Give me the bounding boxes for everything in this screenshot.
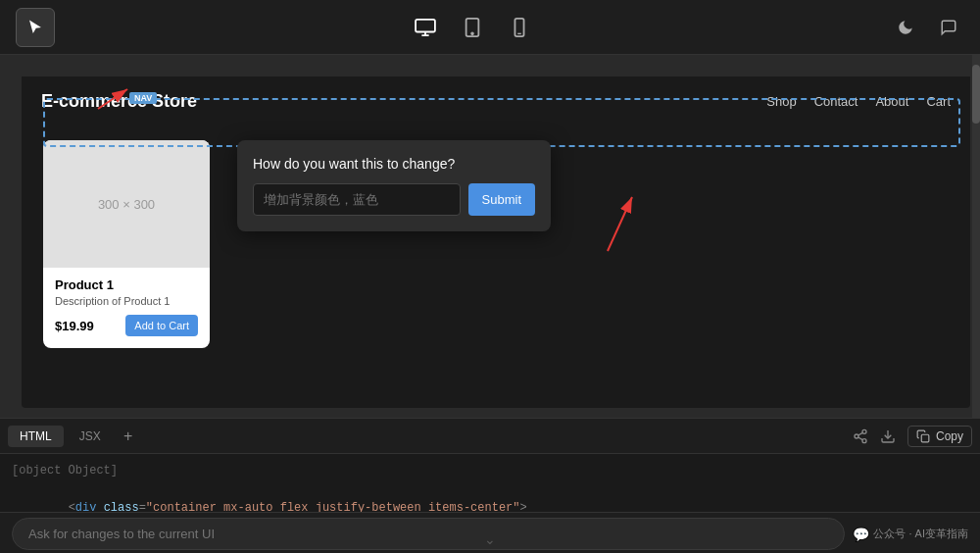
chevron-down-icon[interactable]: ⌄: [484, 531, 496, 547]
add-tab-button[interactable]: +: [117, 425, 140, 448]
preview-area: NAV E-commerce Store Shop Contact About …: [22, 76, 970, 408]
change-popup: How do you want this to change? Submit: [237, 140, 551, 231]
svg-point-12: [855, 434, 858, 438]
watermark-text: 公众号 · AI变革指南: [873, 527, 968, 541]
svg-line-15: [858, 432, 863, 435]
product-info: Product 1 Description of Product 1 $19.9…: [43, 277, 210, 336]
mobile-device-icon[interactable]: [504, 12, 535, 43]
toolbar: [0, 0, 980, 55]
nav-label: NAV: [129, 92, 157, 104]
copy-label: Copy: [936, 429, 963, 443]
tab-jsx[interactable]: JSX: [68, 426, 113, 447]
scrollbar[interactable]: [972, 55, 980, 418]
desktop-device-icon[interactable]: [410, 12, 441, 43]
svg-point-4: [471, 32, 473, 34]
svg-rect-0: [416, 19, 435, 31]
product-name: Product 1: [55, 277, 198, 292]
bottom-input-bar: ⌄ 💬 公众号 · AI变革指南: [0, 512, 980, 553]
ask-changes-input[interactable]: [12, 518, 845, 550]
svg-rect-17: [921, 434, 929, 442]
product-card: 300 × 300 Product 1 Description of Produ…: [43, 140, 210, 348]
tab-right-actions: Copy: [853, 426, 972, 447]
code-line-2: <div class="container mx-auto flex justi…: [12, 480, 968, 512]
cursor-button[interactable]: [16, 8, 55, 47]
code-line-1: [object Object]: [12, 462, 968, 480]
popup-input-row: Submit: [253, 183, 535, 216]
copy-icon: [916, 429, 930, 443]
svg-line-14: [858, 437, 863, 440]
product-image: 300 × 300: [43, 140, 210, 268]
canvas-area: NAV E-commerce Store Shop Contact About …: [0, 55, 980, 418]
toolbar-center: [410, 12, 535, 43]
product-description: Description of Product 1: [55, 295, 198, 307]
copy-button[interactable]: Copy: [907, 426, 972, 447]
popup-title: How do you want this to change?: [253, 156, 535, 172]
share-icon[interactable]: [853, 428, 868, 444]
popup-submit-button[interactable]: Submit: [468, 183, 535, 216]
product-price: $19.99: [55, 319, 94, 333]
download-icon[interactable]: [880, 428, 896, 444]
tab-html[interactable]: HTML: [8, 426, 64, 447]
add-to-cart-button[interactable]: Add to Cart: [125, 315, 198, 336]
bottom-panel: HTML JSX +: [0, 418, 980, 553]
product-footer: $19.99 Add to Cart: [55, 315, 198, 336]
code-area: [object Object] <div class="container mx…: [0, 454, 980, 512]
tablet-device-icon[interactable]: [457, 12, 488, 43]
dark-mode-icon[interactable]: [890, 12, 921, 43]
scrollbar-thumb: [972, 65, 980, 124]
tab-bar: HTML JSX +: [0, 419, 980, 454]
wechat-watermark: 💬 公众号 · AI变革指南: [853, 527, 968, 542]
wechat-icon: 💬: [853, 527, 869, 542]
toolbar-left: [16, 8, 55, 47]
svg-point-11: [862, 429, 866, 433]
svg-point-13: [862, 438, 866, 442]
toolbar-right: [890, 12, 964, 43]
chat-icon[interactable]: [933, 12, 964, 43]
popup-input[interactable]: [253, 183, 461, 216]
